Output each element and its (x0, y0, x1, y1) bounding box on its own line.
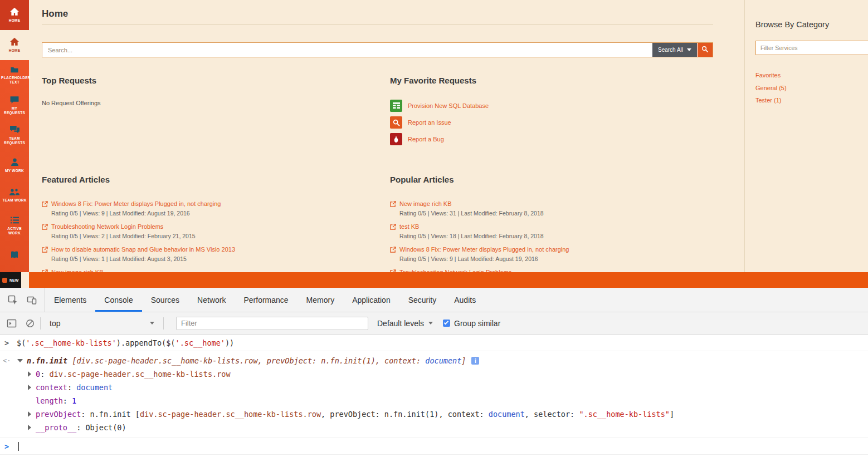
search-scope-label: Search All (658, 47, 683, 53)
article-meta: Rating 0/5 | Views: 18 | Last Modified: … (399, 233, 713, 240)
search-input[interactable] (42, 43, 652, 57)
article-link[interactable]: Windows 8 Fix: Power Meter displays Plug… (51, 200, 221, 207)
tab-security[interactable]: Security (399, 288, 446, 312)
category-links: Favorites General (5) Tester (1) (755, 69, 868, 107)
console-input-row[interactable]: > (0, 438, 868, 455)
expander-expanded-icon[interactable] (17, 359, 23, 362)
favorite-requests-section: My Favorite Requests Provision New SQL D… (390, 76, 713, 175)
external-link-icon (390, 224, 396, 230)
clear-console-icon[interactable] (26, 319, 35, 328)
strip-gap (21, 272, 29, 288)
article-link[interactable]: New image rich KB (399, 200, 452, 207)
console-sidebar-icon[interactable] (7, 318, 17, 328)
sidebar-item-my-requests[interactable]: MY REQUESTS (0, 90, 29, 120)
search-scope-button[interactable]: Search All (652, 43, 697, 57)
group-similar-option[interactable]: Group similar (443, 319, 500, 328)
filter-services-input[interactable] (755, 41, 868, 55)
tab-elements[interactable]: Elements (45, 288, 95, 312)
favorite-item[interactable]: Report an Issue (390, 114, 713, 131)
sidebar-item-team-work[interactable]: TEAM WORK (0, 180, 29, 210)
article-meta: Rating 0/5 | Views: 1 | Last Modified: A… (51, 255, 390, 263)
sidebar-item-placeholder-text[interactable]: PLACEHOLDER TEXT (0, 60, 29, 90)
list-icon (10, 215, 19, 225)
search-submit-button[interactable] (698, 43, 713, 57)
article-link[interactable]: test KB (399, 223, 419, 230)
sidebar-item-my-work[interactable]: MY WORK (0, 150, 29, 180)
article-item: Troubleshooting Network Login Problems R… (42, 223, 390, 240)
favorite-item[interactable]: Provision New SQL Database (390, 97, 713, 114)
favorite-link[interactable]: Report an Issue (408, 119, 451, 126)
tab-network[interactable]: Network (188, 288, 235, 312)
console-command-row: > $('.sc__home-kb-lists').appendTo($('.s… (0, 335, 868, 351)
device-toolbar-icon[interactable] (27, 295, 37, 305)
new-badge-icon (2, 278, 7, 283)
category-link-general[interactable]: General (5) (755, 82, 868, 95)
sidebar-item-label: MY REQUESTS (1, 106, 28, 116)
inspect-element-icon[interactable] (8, 295, 18, 305)
article-meta: Rating 0/5 | Views: 31 | Last Modified: … (399, 210, 713, 217)
category-link-favorites[interactable]: Favorites (755, 69, 868, 82)
search-icon (701, 46, 709, 55)
return-value-icon: <· (3, 357, 17, 365)
article-meta: Rating 0/5 | Views: 9 | Last Modified: A… (399, 255, 713, 263)
new-badge[interactable]: NEW (0, 272, 21, 288)
section-title: Popular Articles (390, 175, 713, 184)
console-result-preview: <· n.fn.init [div.sc-page-header.sc__hom… (0, 354, 868, 367)
section-title: Featured Articles (42, 175, 390, 184)
tab-audits[interactable]: Audits (445, 288, 485, 312)
sidebar: HOME HOME PLACEHOLDER TEXT MY REQUESTS T… (0, 0, 29, 288)
article-link[interactable]: How to disable automatic Snap and Glue b… (51, 246, 235, 253)
console-result-row: <· n.fn.init [div.sc-page-header.sc__hom… (0, 351, 868, 438)
expander-collapsed-icon[interactable] (28, 411, 31, 417)
article-item: test KB Rating 0/5 | Views: 18 | Last Mo… (390, 223, 713, 240)
sidebar-item-home[interactable]: HOME (0, 0, 29, 30)
sidebar-item-label: TEAM WORK (2, 198, 27, 203)
tab-console[interactable]: Console (95, 288, 142, 312)
sidebar-item-team-requests[interactable]: TEAM REQUESTS (0, 120, 29, 150)
expander-collapsed-icon[interactable] (28, 385, 31, 390)
tab-memory[interactable]: Memory (298, 288, 344, 312)
console-command-text: $('.sc__home-kb-lists').appendTo($('.sc_… (17, 338, 234, 347)
tab-application[interactable]: Application (343, 288, 399, 312)
result-preview-text: n.fn.init [div.sc-page-header.sc__home-k… (27, 356, 466, 365)
folder-icon (9, 66, 19, 74)
sidebar-item-label: TEAM REQUESTS (1, 136, 28, 146)
console-output: > $('.sc__home-kb-lists').appendTo($('.s… (0, 335, 868, 455)
chevron-down-icon (428, 322, 433, 325)
article-item: Troubleshooting Network Login Problems (390, 268, 713, 272)
article-link[interactable]: Windows 8 Fix: Power Meter displays Plug… (399, 246, 569, 253)
home-icon (9, 7, 19, 17)
favorite-link[interactable]: Provision New SQL Database (408, 102, 489, 109)
tab-sources[interactable]: Sources (142, 288, 188, 312)
popular-article-list: New image rich KB Rating 0/5 | Views: 31… (390, 200, 713, 272)
context-selector-value: top (50, 319, 60, 328)
sidebar-item-label: HOME (9, 18, 21, 23)
orange-bar (29, 272, 868, 288)
sidebar-item-active-work[interactable]: ACTIVE WORK (0, 210, 29, 240)
console-filter-input[interactable] (176, 317, 368, 330)
favorite-list: Provision New SQL Database Report an Iss… (390, 97, 713, 148)
featured-articles-section: Featured Articles Windows 8 Fix: Power M… (42, 175, 390, 272)
category-link-tester[interactable]: Tester (1) (755, 94, 868, 107)
article-link[interactable]: Troubleshooting Network Login Problems (51, 223, 163, 230)
sidebar-item-knowledge[interactable] (0, 240, 29, 271)
favorite-item[interactable]: Report a Bug (390, 131, 713, 148)
sidebar-item-home-active[interactable]: HOME (0, 30, 29, 60)
devtools-tabbar: Elements Console Sources Network Perform… (0, 288, 868, 312)
magnifier-icon (390, 116, 402, 129)
info-icon[interactable]: i (471, 357, 479, 365)
home-icon (9, 37, 19, 47)
log-levels-dropdown[interactable]: Default levels (377, 319, 433, 328)
console-toolbar: top Default levels Group similar (0, 312, 868, 335)
external-link-icon (390, 201, 396, 207)
expander-collapsed-icon[interactable] (28, 371, 31, 377)
devtools-left-icons (0, 288, 45, 312)
tab-performance[interactable]: Performance (235, 288, 297, 312)
group-similar-checkbox[interactable] (443, 320, 450, 327)
expander-collapsed-icon[interactable] (28, 425, 31, 430)
favorite-link[interactable]: Report a Bug (408, 136, 444, 142)
context-selector[interactable]: top (46, 319, 158, 328)
chevron-down-icon (150, 322, 154, 325)
sidebar-item-label: MY WORK (5, 169, 24, 173)
sidebar-item-label: ACTIVE WORK (1, 227, 28, 236)
